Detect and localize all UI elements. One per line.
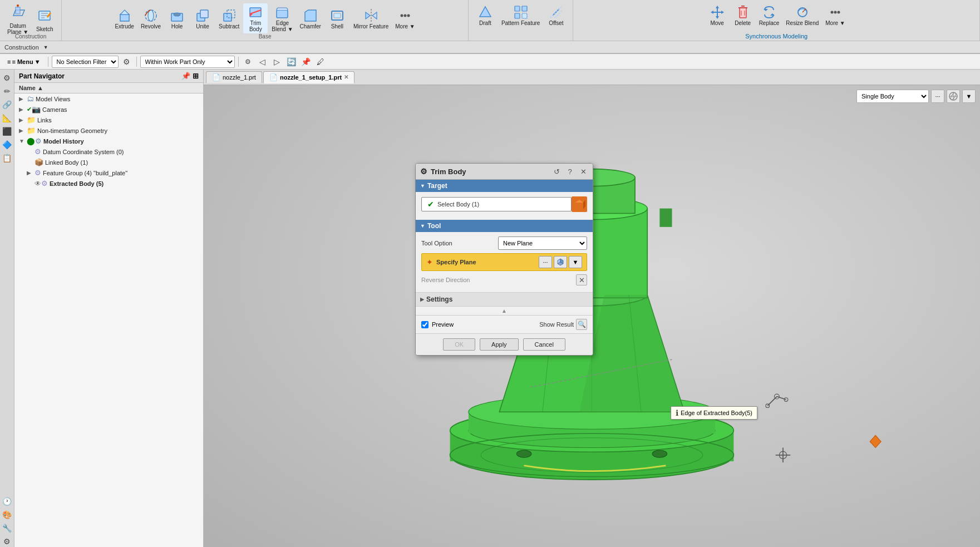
chamfer-label: Chamfer (300, 23, 321, 29)
hole-button[interactable]: Hole (165, 7, 189, 31)
sketch-icon (37, 8, 52, 26)
chamfer-button[interactable]: Chamfer (297, 7, 324, 31)
sketch-button[interactable]: Sketch (32, 7, 57, 33)
tab-nozzle1[interactable]: 📄 nozzle_1.prt (206, 71, 262, 83)
svg-rect-24 (334, 13, 341, 18)
left-icon-2[interactable]: ✏ (1, 85, 13, 97)
undo-icon[interactable]: ◁ (257, 56, 269, 68)
edge-blend-button[interactable]: Edge Blend ▼ (269, 3, 296, 33)
tree-item-feature-group[interactable]: ▶ ⚙ Feature Group (4) "build_plate" (14, 167, 203, 178)
linked-body-icon: 📦 (35, 158, 43, 166)
left-icon-4[interactable]: 📐 (1, 112, 13, 124)
selection-filter-select[interactable]: No Selection Filter Feature Filter Body … (52, 56, 119, 68)
delete-button[interactable]: Delete (731, 3, 755, 27)
left-icon-7[interactable]: 📋 (1, 152, 13, 164)
left-icon-6[interactable]: 🔷 (1, 139, 13, 151)
dialog-help-icon[interactable]: ? (565, 166, 575, 176)
tabs-bar: 📄 nozzle_1.prt 📄 nozzle_1_setup_1.prt ✕ (204, 70, 980, 85)
cut-gizmo (776, 448, 791, 463)
target-section-header[interactable]: ▼ Target (416, 180, 593, 192)
extrude-button[interactable]: Extrude (112, 7, 136, 31)
left-icon-3[interactable]: 🔗 (1, 98, 13, 111)
tab-nozzle1-setup[interactable]: 📄 nozzle_1_setup_1.prt ✕ (263, 71, 354, 83)
reverse-direction-clear-btn[interactable]: ✕ (576, 274, 587, 285)
scope-select[interactable]: Within Work Part Only Entire Assembly (140, 56, 235, 68)
tool-option-select[interactable]: New Plane Existing Plane (498, 236, 587, 250)
mirror-feature-button[interactable]: Mirror Feature (351, 7, 391, 31)
left-icon-palette[interactable]: 🎨 (1, 509, 13, 521)
unite-button[interactable]: Unite (190, 7, 215, 31)
replace-button[interactable]: Replace (756, 3, 782, 27)
datum-plane-button[interactable]: Datum Plane ▼ (4, 3, 31, 36)
settings-section: ▶ Settings (416, 292, 593, 306)
dialog-scroll-handle[interactable]: ▲ (416, 306, 593, 315)
sketch-label: Sketch (36, 26, 53, 32)
mirror-feature-icon (363, 8, 379, 23)
tree-item-extracted-body[interactable]: 👁 ⚙ Extracted Body (5) (14, 178, 203, 189)
left-icon-tool[interactable]: 🔧 (1, 522, 13, 534)
revolve-button[interactable]: Revolve (138, 7, 164, 31)
datum-cs-icon: ⚙ (35, 147, 41, 156)
specify-plane-dots-btn[interactable]: ··· (539, 256, 552, 268)
select-body-button[interactable]: ✔ Select Body (1) (421, 197, 572, 211)
preview-checkbox[interactable] (421, 321, 429, 328)
specify-plane-cube-btn[interactable] (554, 256, 567, 268)
more-base-icon (397, 8, 413, 23)
tree-item-linked-body[interactable]: 📦 Linked Body (1) (14, 157, 203, 167)
pattern-feature-button[interactable]: Pattern Feature (499, 3, 543, 27)
show-result-button[interactable]: Show Result 🔍 (539, 319, 587, 330)
tree-item-non-timestamp[interactable]: ▶ 📁 Non-timestamp Geometry (14, 125, 203, 136)
cameras-check: ✔ (27, 106, 32, 113)
tree-item-links[interactable]: ▶ 📁 Links (14, 115, 203, 125)
redo-icon[interactable]: ▷ (271, 56, 283, 68)
part-navigator-columns: Name ▲ (14, 83, 203, 93)
left-icon-clock[interactable]: 🕐 (1, 495, 13, 507)
dialog-reset-icon[interactable]: ↺ (551, 166, 562, 176)
move-button[interactable]: Move (705, 3, 730, 27)
filter-settings-icon[interactable]: ⚙ (121, 56, 133, 68)
pin-icon[interactable]: 📌 (300, 56, 312, 68)
tree-item-model-views[interactable]: ▶ 🗂 Model Views (14, 93, 203, 104)
extrude-label: Extrude (115, 23, 134, 29)
ok-button[interactable]: OK (443, 338, 475, 351)
resize-blend-button[interactable]: Resize Blend (783, 3, 821, 27)
more-base-button[interactable]: More ▼ (392, 7, 417, 31)
tree-item-datum-cs[interactable]: ⚙ Datum Coordinate System (0) (14, 146, 203, 157)
tool-arrow: ▼ (420, 223, 425, 229)
apply-button[interactable]: Apply (480, 338, 519, 351)
menu-button[interactable]: ≡ ≡ Menu ▼ (3, 57, 45, 67)
sync-more-button[interactable]: More ▼ (823, 3, 848, 27)
left-icon-1[interactable]: ⚙ (1, 72, 13, 84)
tree-item-model-history[interactable]: ▼ ⬤ ⚙ Model History (14, 136, 203, 146)
part-nav-pin[interactable]: 📌 (181, 72, 190, 80)
edit-icon[interactable]: 🖊 (314, 56, 327, 68)
tree-item-cameras[interactable]: ▶ ✔ 📷 Cameras (14, 104, 203, 115)
dialog-close-icon[interactable]: ✕ (578, 166, 588, 176)
settings-header[interactable]: ▶ Settings (416, 293, 593, 306)
left-icon-5[interactable]: ⬛ (1, 125, 13, 137)
viewport[interactable]: Single Body Multiple Bodies ··· ▼ (204, 85, 980, 547)
refresh-icon[interactable]: 🔄 (285, 56, 298, 68)
trim-body-button[interactable]: Trim Body (243, 3, 268, 33)
offset-button[interactable]: Offset (544, 3, 568, 27)
settings-arrow: ▶ (420, 297, 424, 302)
svg-rect-66 (659, 209, 672, 227)
snap-icon[interactable]: ⚙ (242, 56, 254, 68)
specify-plane-arrow-btn[interactable]: ▼ (569, 256, 582, 268)
left-icon-bottom[interactable]: ⚙ (1, 535, 13, 547)
part-nav-maximize[interactable]: ⊞ (193, 72, 199, 80)
draft-button[interactable]: Draft (473, 3, 498, 27)
tool-section-header[interactable]: ▼ Tool (416, 220, 593, 232)
extracted-body-eye: 👁 (35, 180, 41, 188)
tab-nozzle1-label: nozzle_1.prt (223, 74, 256, 81)
dialog-title-icons: ↺ ? ✕ (551, 166, 588, 176)
shell-icon (329, 8, 345, 23)
subtract-label: Subtract (219, 23, 239, 29)
subtract-button[interactable]: Subtract (216, 7, 242, 31)
chamfer-icon (303, 8, 318, 23)
part-navigator-title: Part Navigator (19, 72, 65, 80)
tab-setup-close[interactable]: ✕ (344, 74, 348, 80)
shell-button[interactable]: Shell (325, 7, 349, 31)
cancel-button[interactable]: Cancel (523, 338, 565, 351)
sync-more-label: More ▼ (825, 20, 845, 26)
